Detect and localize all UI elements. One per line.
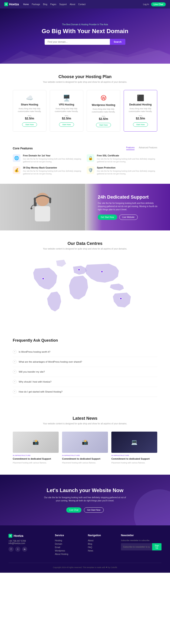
datacentres-section: Our Data Centres Your website content is… [0, 230, 170, 332]
faq-question-3: Why should I host with Hoetza? [19, 380, 51, 383]
instagram-icon[interactable]: in [22, 546, 27, 552]
hosting-plans-section: Choose your Hosting Plan Your website co… [0, 64, 170, 140]
launch-desc: Our site the far for foregoing looking b… [43, 496, 127, 502]
svg-point-8 [30, 207, 32, 209]
footer-newsletter-title: Newsletter [121, 534, 161, 537]
launch-start-btn[interactable]: Get Start Now [84, 507, 104, 513]
faq-icon-1: + [13, 360, 17, 364]
features-grid: 🌐 Free Domain for 1st Year Our site the … [13, 154, 157, 175]
support-title: 24h Dedicated Support [98, 194, 161, 200]
plan-wp-btn[interactable]: Start Now [96, 123, 111, 127]
feature-money-back: 💰 30 Day Money Back Guarantee Our site t… [13, 166, 83, 175]
feature-ssl: 🔒 Free SSL Certificate Our site the far … [87, 154, 157, 163]
plan-dedicated-from: from [126, 115, 154, 117]
ssl-icon: 🔒 [88, 156, 93, 160]
news-image-0: 📸 [13, 432, 59, 453]
spam-icon-wrap: 🛡️ [87, 166, 94, 174]
launch-chat-btn[interactable]: Live Chat [66, 507, 81, 513]
faq-item-2[interactable]: + Will you transfer my site? [13, 367, 157, 377]
footer-service-hosting[interactable]: Hosting [55, 540, 81, 542]
domain-search-input[interactable] [45, 39, 110, 45]
news-excerpt-1: Placement hosting with various flatness. [62, 462, 108, 464]
ssl-desc: Our site the far for foregoing looking b… [97, 158, 157, 163]
facebook-icon[interactable]: f [9, 546, 14, 552]
footer-service-wordpress[interactable]: Wordpress [55, 550, 81, 552]
nav-cta-button[interactable]: Live Chat [151, 2, 166, 6]
nav-contact[interactable]: Contact [78, 3, 85, 6]
faq-icon-3: + [13, 380, 17, 384]
footer-nav-about[interactable]: About [88, 540, 114, 542]
domain-search-button[interactable]: Search [110, 39, 125, 45]
plan-share-price: $2.5/m [16, 117, 44, 120]
newsletter-email-input[interactable] [121, 543, 152, 550]
support-start-btn[interactable]: Get Start Now [98, 214, 117, 220]
svg-point-10 [78, 269, 80, 270]
spam-text: Spam Protection Our site the far for for… [97, 166, 157, 175]
faq-item-4[interactable]: + How do I get started with Shared Hosti… [13, 387, 157, 397]
faq-icon-2: + [13, 370, 17, 374]
twitter-icon[interactable]: t [15, 546, 20, 552]
nav-pages[interactable]: Pages [50, 3, 56, 6]
footer-nav-faq[interactable]: FAQ [88, 546, 114, 548]
money-back-title: 30 Day Money Back Guarantee [23, 166, 83, 169]
nav-package[interactable]: Package [32, 3, 40, 6]
tab-features[interactable]: Features [126, 146, 134, 150]
footer-logo-text: Hoetza [14, 534, 23, 538]
newsletter-signup-btn[interactable]: Sign Up [152, 543, 161, 550]
footer-social: f t in [9, 546, 49, 552]
spam-desc: Our site the far for foregoing looking b… [97, 170, 157, 175]
plan-vps-desc: Every thing else help fully customizable… [53, 107, 81, 113]
svg-point-13 [134, 489, 170, 526]
faq-item-0[interactable]: + Is WordPress hosting worth it? [13, 347, 157, 357]
nav-home[interactable]: Home [23, 3, 29, 6]
tab-advanced-features[interactable]: Advanced Features [139, 146, 157, 150]
copyright-text: Copyright 2024 All rights reserved. This… [53, 566, 117, 568]
login-link[interactable]: Log In [143, 3, 149, 6]
hero-subtitle: The Best Domain & Hosting Provider In Th… [62, 23, 108, 26]
footer-nav-blog[interactable]: Blog [88, 543, 114, 545]
hero-title: Go Big With Your Next Domain [42, 28, 128, 34]
nav-about[interactable]: About [70, 3, 75, 6]
footer-service-title: Service [55, 534, 81, 537]
news-card-1: 📸 IN INFRASTRUCTURE Commitment to dedica… [62, 432, 108, 464]
logo-icon: H [4, 2, 8, 6]
news-title: Latest News [13, 416, 157, 421]
svg-point-3 [36, 193, 49, 206]
news-cat-1: IN INFRASTRUCTURE [62, 454, 108, 456]
faq-question-2: Will you transfer my site? [19, 370, 45, 373]
plan-vps-price: $2.5/m [53, 117, 81, 120]
news-card-2: 💻 IN INFRASTRUCTURE Commitment to dedica… [111, 432, 157, 464]
money-back-icon-wrap: 💰 [13, 166, 20, 174]
footer-newsletter-desc: Subscribe newsletter to subscribe [121, 540, 161, 542]
svg-rect-7 [34, 202, 37, 206]
faq-item-1[interactable]: + What are the advantages of WordPress h… [13, 357, 157, 367]
plan-dedicated: ⬛ Dedicated Hosting Every thing else hel… [124, 90, 157, 132]
free-domain-text: Free Domain for 1st Year Our site the fa… [23, 154, 83, 163]
nav-logo[interactable]: H Hoetza [4, 2, 19, 6]
plan-vps-btn[interactable]: Start Now [59, 122, 74, 127]
footer-service-domain[interactable]: Domain [55, 543, 81, 545]
footer-nav-news[interactable]: News [88, 550, 114, 552]
plan-share-btn[interactable]: Start Now [22, 122, 37, 127]
nav-support[interactable]: Support [59, 3, 67, 6]
faq-item-3[interactable]: + Why should I host with Hoetza? [13, 377, 157, 387]
news-cat-0: IN INFRASTRUCTURE [13, 454, 59, 456]
plan-share: ☁️ Share Hosting Every thing else help f… [13, 90, 46, 132]
svg-point-12 [120, 298, 122, 300]
support-website-btn[interactable]: Live Website [119, 214, 138, 220]
news-image-2: 💻 [111, 432, 157, 453]
plan-dedicated-name: Dedicated Hosting [126, 103, 154, 106]
nav-blog[interactable]: Blog [43, 3, 47, 6]
footer-service-about[interactable]: About Hosting [55, 553, 81, 555]
plan-dedicated-price: $2.5/m [126, 117, 154, 120]
spam-icon: 🛡️ [88, 168, 93, 172]
nav-right: Log In Live Chat [143, 2, 166, 6]
plan-vps-from: from [53, 115, 81, 117]
world-map-container [23, 257, 147, 321]
news-excerpt-0: Placement hosting with various flatness. [13, 462, 59, 464]
news-title-2: Commitment to dedicated Support [111, 457, 157, 460]
footer-service-email[interactable]: Email [55, 546, 81, 548]
datacentres-subtitle: Your website content is designed for qui… [13, 247, 157, 250]
footer: H Hoetza +44 738-447 5789 info@hoetza.co… [0, 526, 170, 573]
plan-dedicated-btn[interactable]: Start Now [133, 122, 148, 127]
